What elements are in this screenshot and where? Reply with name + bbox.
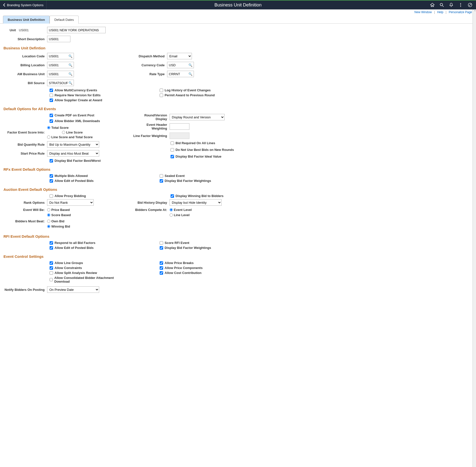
am-bu-label: AM Business Unit [3,72,47,76]
display-best-worst-checkbox[interactable] [50,159,53,163]
allow-xml-checkbox[interactable] [50,119,53,123]
allow-constraints-checkbox[interactable] [50,266,53,270]
score-based-radio[interactable] [47,213,50,217]
header-weight-input[interactable] [170,123,189,130]
line-factor-weight-label: Line Factor Weighting [132,134,170,138]
unit-value: US001 [18,28,47,32]
allow-multicurrency-checkbox[interactable] [50,89,53,92]
bidders-must-beat-label: Bidders Must Beat: [3,219,47,223]
tab-business-unit-definition[interactable]: Business Unit Definition [3,16,50,24]
allow-price-breaks-label: Allow Price Breaks [165,261,194,265]
display-ideal-label: Display Bid Factor Ideal Value [176,155,221,158]
unit-description-input[interactable] [47,27,106,33]
factor-score-label: Factor Event Score Into: [3,131,47,134]
multiple-bids-label: Multiple Bids Allowed [55,174,88,178]
notifications-icon[interactable] [449,2,454,7]
allow-line-groups-checkbox[interactable] [50,261,53,265]
allow-supplier-create-checkbox[interactable] [50,99,53,102]
home-icon[interactable] [430,2,435,7]
back-button[interactable]: Branding System Options [0,0,47,9]
rfi-allow-edit-checkbox[interactable] [50,246,53,250]
allow-consolidated-checkbox[interactable] [50,278,53,281]
scrollbar-up-icon[interactable]: ^ [474,10,476,13]
allow-split-analysis-label: Allow Split Analysis Review [55,271,97,275]
allow-price-breaks-checkbox[interactable] [160,261,163,265]
back-label: Branding System Options [7,3,43,7]
svg-line-1 [443,6,444,7]
total-score-radio[interactable] [47,126,50,129]
short-desc-input[interactable] [47,36,70,42]
bid-history-select[interactable]: Display but Hide Identity [170,199,222,206]
rfx-allow-edit-checkbox[interactable] [50,179,53,183]
allow-proxy-label: Allow Proxy Bidding [55,194,86,198]
section-rfi-title: RFI Event Default Options [3,234,473,238]
rfx-allow-edit-label: Allow Edit of Posted Bids [55,179,93,183]
unit-label: Unit [3,28,18,32]
own-bid-label: Own Bid [51,219,64,223]
svg-point-2 [460,3,461,4]
lookup-icon[interactable]: 🔍 [68,63,72,67]
display-winning-label: Display Winning Bid to Bidders [176,194,223,198]
event-level-radio[interactable] [170,208,173,211]
round-display-select[interactable]: Display Round and Version [170,114,225,120]
tab-default-dates[interactable]: Default Dates [50,16,79,24]
line-score-label: Line Score [66,131,83,134]
bid-required-all-checkbox[interactable] [171,141,174,145]
allow-price-components-checkbox[interactable] [160,266,163,270]
no-best-bids-checkbox[interactable] [171,148,174,152]
score-rfi-label: Score RFI Event [165,241,189,245]
winning-bid-label: Winning Bid [51,225,70,228]
notify-bidders-select[interactable]: On Preview Date [47,286,99,293]
own-bid-radio[interactable] [47,220,50,223]
page-title: Business Unit Definition [214,2,262,8]
sealed-event-checkbox[interactable] [160,174,163,178]
permit-award-prev-checkbox[interactable] [160,94,163,97]
allow-split-analysis-checkbox[interactable] [50,271,53,275]
rfx-display-weightings-checkbox[interactable] [160,179,163,183]
lookup-icon[interactable]: 🔍 [68,54,72,58]
start-price-rule-select[interactable]: Display and Also Must Beat [47,150,99,157]
scrollbar[interactable]: ^ [473,9,476,305]
location-code-label: Location Code [3,54,47,58]
help-link[interactable]: Help [437,10,443,14]
navbar-icon[interactable] [468,2,473,7]
score-rfi-checkbox[interactable] [160,241,163,245]
event-will-be-label: Event Will Be: [3,208,47,212]
bid-qty-rule-select[interactable]: Bid Up to Maximum Quantity [47,141,99,148]
lookup-icon[interactable]: 🔍 [188,72,192,76]
rank-options-select[interactable]: Do Not Rank [47,199,94,206]
require-new-version-checkbox[interactable] [50,94,53,97]
require-new-version-label: Require New Version for Edits [55,93,101,97]
multiple-bids-checkbox[interactable] [50,174,53,178]
rfi-display-weightings-label: Display Bid Factor Weightings [165,246,211,250]
allow-price-components-label: Allow Price Components [165,266,203,270]
display-winning-checkbox[interactable] [171,194,174,198]
tabs: Business Unit Definition Default Dates [0,15,476,24]
rfi-display-weightings-checkbox[interactable] [160,246,163,250]
winning-bid-radio[interactable] [47,225,50,228]
dispatch-method-select[interactable]: Email [167,53,192,59]
lookup-icon[interactable]: 🔍 [188,63,192,67]
line-level-radio[interactable] [170,213,173,217]
create-pdf-checkbox[interactable] [50,114,53,117]
line-and-total-radio[interactable] [47,135,50,139]
notify-bidders-label: Notify Bidders On Posting [3,288,47,292]
respond-all-checkbox[interactable] [50,241,53,245]
rate-type-label: Rate Type [132,72,167,76]
no-best-bids-label: Do Not Use Best Bids on New Rounds [176,148,234,152]
allow-cost-contribution-label: Allow Cost Contribution [165,271,202,275]
display-ideal-checkbox[interactable] [171,155,174,158]
lookup-icon[interactable]: 🔍 [68,72,72,76]
lookup-icon[interactable]: 🔍 [68,81,72,85]
rank-options-label: Rank Options [3,201,47,204]
allow-cost-contribution-checkbox[interactable] [160,271,163,275]
price-based-radio[interactable] [47,208,50,211]
allow-proxy-checkbox[interactable] [50,194,53,198]
actions-menu-icon[interactable] [458,2,463,7]
personalize-link[interactable]: Personalize Page [449,10,472,14]
new-window-link[interactable]: New Window [415,10,432,14]
line-score-radio[interactable] [62,131,65,134]
bid-required-all-label: Bid Required On All Lines [176,141,215,145]
search-icon[interactable] [439,2,444,7]
log-history-checkbox[interactable] [160,89,163,92]
